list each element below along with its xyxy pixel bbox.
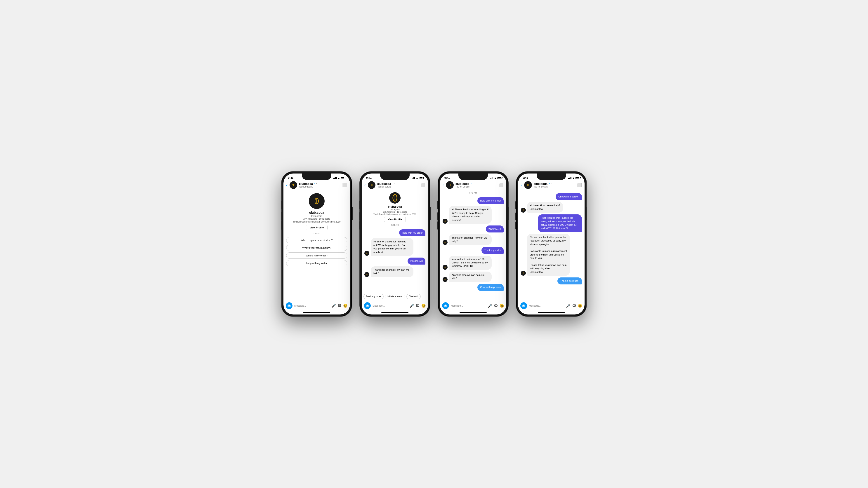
emoji-icon-2[interactable]: 😊 [421,304,426,308]
signal-icon-4 [568,177,571,179]
message-input-4[interactable] [529,304,564,307]
nav-name-2: phone-2 club:soda ✓ › [377,182,421,186]
notch-3 [458,173,488,180]
phone-4: 9:41 ▲ ‹ [516,172,586,316]
signal-icon-3 [490,177,493,179]
video-call-button-1[interactable]: ⬜ [342,183,347,188]
notch-2 [380,173,410,180]
back-button-4[interactable]: ‹ [521,183,522,188]
verified-badge-3: ✓ [470,182,472,185]
profile-stats-mini-2: 27K followers • 1041 posts [383,211,407,213]
mic-icon-1[interactable]: 🎤 [331,304,336,308]
qr-chat-2[interactable]: Chat with [406,294,421,299]
nav-bar-4: ‹ club:soda ✓ › Tap for details ⬜ [518,180,585,191]
chat-area-2: Help with my order Hi Shane, thanks for … [362,227,428,293]
bubble-1-3: Help with my order [477,197,504,204]
nav-avatar-3 [446,181,454,189]
signal-icon-2 [412,177,415,179]
status-icons-3: ▲ [490,177,502,179]
msg-recv-3-3: Your order it on its way to 120 Unicorn … [442,256,504,270]
status-icons-4: ▲ [568,177,580,179]
msg-recv-2-4: No worries! Looks like your order has be… [521,234,582,275]
nav-name-3: club:soda ✓ › [456,182,499,186]
battery-icon-4 [576,177,580,179]
view-profile-button-2[interactable]: View Profile [384,217,406,222]
back-button-2[interactable]: ‹ [364,183,366,188]
verified-badge-4: ✓ [548,182,550,185]
notch-1 [302,173,331,180]
quick-replies-h-2: Track my order Initiate a return Chat wi… [362,293,428,301]
svg-point-29 [522,272,525,274]
quick-reply-return[interactable]: What's your return policy? [286,245,347,251]
camera-button-1[interactable] [286,302,292,309]
nav-name-4: club:soda ✓ › [534,182,577,186]
msg-sent-2-3: #12345678 [442,225,504,232]
svg-point-22 [444,278,446,281]
video-call-button-4[interactable]: ⬜ [577,183,582,188]
nav-info-4: club:soda ✓ › Tap for details [534,182,577,188]
gallery-icon-2[interactable]: 🖼 [416,304,420,308]
gallery-icon-1[interactable]: 🖼 [338,304,341,308]
camera-button-4[interactable] [520,302,527,309]
nav-avatar-4 [524,181,532,189]
message-input-3[interactable] [451,304,486,307]
nav-info-1: club:soda ✓ › Tap for details [299,182,342,188]
message-input-bar-4: 🎤 🖼 😊 [518,301,585,311]
home-indicator-1 [303,312,330,313]
msg-recv-2-2: Thanks for sharing! How can we help? [364,266,426,277]
view-profile-button-1[interactable]: View Profile [306,225,328,230]
video-call-button-2[interactable]: ⬜ [421,183,426,188]
msg-avatar-4a [521,207,526,213]
mic-icon-4[interactable]: 🎤 [566,304,570,308]
mic-icon-3[interactable]: 🎤 [488,304,492,308]
svg-point-11 [366,273,368,276]
bubble-3-3: Track my order [482,247,504,254]
gallery-icon-3[interactable]: 🖼 [494,304,498,308]
bubble-4-3: Chat with a person [477,284,504,291]
profile-mini-2: club:soda Instagram 27K followers • 1041… [362,191,428,223]
emoji-icon-3[interactable]: 😊 [500,304,504,308]
phone-screen-1: 9:41 ▲ ‹ [283,173,350,315]
emoji-icon-4[interactable]: 😊 [578,304,582,308]
msg-sent-2-4: I just realized that I added the wrong a… [521,215,582,232]
emoji-icon-1[interactable]: 😊 [343,304,348,308]
phone-screen-4: 9:41 ▲ ‹ [518,173,585,315]
bubble-1-2: Help with my order [399,229,426,236]
bubble-recv-4-3: Anything else we can help you with? [449,271,492,282]
quick-reply-help[interactable]: Help with my order [286,260,347,266]
camera-button-3[interactable] [442,302,449,309]
msg-sent-3-3: Track my order [442,247,504,254]
input-icons-1: 🎤 🖼 😊 [331,304,348,308]
time-2: 9:41 [366,176,372,180]
signal-icon-1 [333,177,337,179]
mic-icon-2[interactable]: 🎤 [410,304,414,308]
camera-button-2[interactable] [364,302,371,309]
quick-reply-order[interactable]: Where is my order? [286,252,347,259]
bubble-2-4: I just realized that I added the wrong a… [538,215,582,232]
phone-screen-2: 9:41 ▲ ‹ [362,173,428,315]
qr-track-2[interactable]: Track my order [364,294,383,299]
msg-sent-2-2: #12345678 [364,258,426,265]
svg-point-9 [366,252,368,255]
nav-name-1: club:soda ✓ › [299,182,342,186]
qr-return-2[interactable]: Initiate a return [385,294,405,299]
message-input-2[interactable] [373,304,408,307]
profile-platform-mini-2: Instagram [390,208,400,211]
wifi-icon-4: ▲ [572,177,575,179]
svg-point-25 [526,183,530,187]
back-button-3[interactable]: ‹ [442,183,444,188]
back-button-1[interactable]: ‹ [286,183,288,188]
msg-sent-4-3: Chat with a person [442,284,504,291]
message-input-1[interactable] [294,304,330,307]
quick-replies-1: Where is your nearest store? What's your… [283,236,350,268]
battery-icon-2 [419,177,424,179]
wifi-icon-1: ▲ [338,177,340,179]
phone-3: 9:41 ▲ ‹ [438,172,508,316]
msg-avatar-4b [521,271,526,275]
gallery-icon-4[interactable]: 🖼 [572,304,576,308]
msg-avatar-3a [442,219,447,224]
quick-reply-store[interactable]: Where is your nearest store? [286,237,347,243]
video-call-button-3[interactable]: ⬜ [499,183,504,188]
input-icons-4: 🎤 🖼 😊 [566,304,582,308]
profile-follow-1: You followed this Instagram account sinc… [293,221,341,223]
